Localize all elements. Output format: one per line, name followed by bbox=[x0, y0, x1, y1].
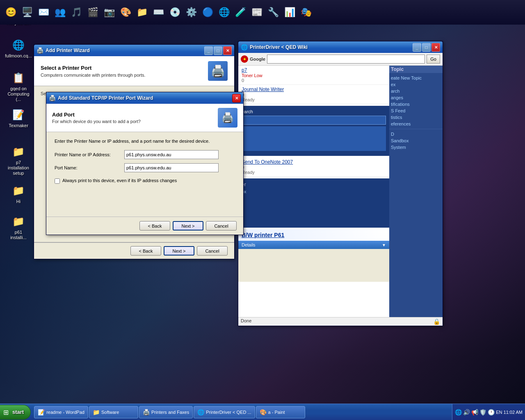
toolbar-icon-keyboard[interactable]: ⌨️ bbox=[151, 5, 166, 20]
wizard-next-button[interactable]: Next > bbox=[164, 246, 194, 256]
wiki-nav-d[interactable]: D bbox=[389, 131, 443, 137]
desktop-icon-fullmoon[interactable]: 🌐 fullmoon.cq... bbox=[4, 37, 33, 60]
tcpip-titlebar[interactable]: 🖨️ Add Standard TCP/IP Printer Port Wiza… bbox=[46, 92, 243, 104]
toolbar-icon-disk[interactable]: 💿 bbox=[167, 5, 182, 20]
toolbar-icon-camera[interactable]: 📷 bbox=[102, 5, 116, 20]
wiki-nav-index[interactable]: ex bbox=[389, 81, 443, 88]
tcpip-wizard: 🖨️ Add Standard TCP/IP Printer Port Wiza… bbox=[46, 92, 244, 235]
wiki-nav-changes[interactable]: anges bbox=[389, 94, 443, 101]
fullmoon-icon: 🌐 bbox=[12, 39, 25, 52]
taskbar-item-printers[interactable]: 🖨️ Printers and Faxes bbox=[139, 406, 193, 418]
browser-go-button[interactable]: Go bbox=[427, 55, 440, 64]
hi-label: Hi bbox=[16, 199, 21, 204]
desktop-icon-p61[interactable]: 📁 p61installi... bbox=[4, 213, 33, 242]
wizard-footer: < Back Next > Cancel bbox=[34, 242, 234, 259]
tcpip-title-icon: 🖨️ bbox=[49, 95, 55, 101]
desktop-icon-texmaker[interactable]: 📝 Texmaker bbox=[4, 107, 33, 130]
wizard-cancel-button[interactable]: Cancel bbox=[197, 246, 228, 256]
wizard-maximize-button[interactable]: □ bbox=[214, 46, 222, 55]
start-button[interactable]: start bbox=[0, 405, 31, 420]
port-name-input[interactable] bbox=[124, 163, 219, 172]
printer-jobs-journal: 0 bbox=[242, 92, 386, 97]
wizard-back-button[interactable]: < Back bbox=[130, 246, 161, 256]
browser-minimize-button[interactable]: _ bbox=[413, 43, 421, 52]
taskbar-item-software[interactable]: 📁 Software bbox=[89, 406, 138, 418]
toolbar-icon-web[interactable]: 🌐 bbox=[217, 5, 231, 20]
tcpip-back-button[interactable]: < Back bbox=[139, 221, 170, 231]
toolbar-icon-0[interactable]: 😊 bbox=[3, 5, 18, 20]
browser-titlebar[interactable]: 🌐 PrinterDriver < QED Wiki _ □ ✕ bbox=[238, 41, 443, 53]
toolbar-icon-folder[interactable]: 📁 bbox=[135, 5, 149, 20]
taskbar-time: 11:02 AM bbox=[504, 410, 523, 415]
desktop-icon-hi[interactable]: 📁 Hi bbox=[4, 183, 33, 206]
google-text: Google bbox=[250, 57, 265, 62]
always-print-label: Always print to this device, even if its… bbox=[62, 178, 177, 183]
paint-label: a - Paint bbox=[268, 410, 285, 415]
wiki-nav-notifications[interactable]: tifications bbox=[389, 101, 443, 107]
software-label: Software bbox=[101, 410, 119, 415]
toolbar-icon-news[interactable]: 📰 bbox=[249, 5, 264, 20]
wizard-header-title: Select a Printer Port bbox=[41, 65, 208, 71]
wizard-minimize-button[interactable]: _ bbox=[204, 46, 213, 55]
taskbar-item-wordpad[interactable]: 📝 readme - WordPad bbox=[34, 406, 88, 418]
toolbar-icon-flask[interactable]: 🧪 bbox=[233, 5, 248, 20]
wiki-nav-create-topic[interactable]: eate New Topic bbox=[389, 75, 443, 81]
browser-close-button[interactable]: ✕ bbox=[431, 43, 440, 52]
details-bar[interactable]: Details ▼ bbox=[238, 241, 389, 249]
printer-name-p7[interactable]: p7 bbox=[242, 67, 386, 73]
browser-maximize-button[interactable]: □ bbox=[422, 43, 431, 52]
fullmoon-label: fullmoon.cq... bbox=[5, 53, 32, 59]
wiki-label: er bbox=[242, 182, 386, 187]
browser-body: ✦ Google Go p7 Toner Low 0 bbox=[238, 53, 443, 326]
p61-icon: 📁 bbox=[12, 215, 25, 228]
taskbar-item-printerdriver[interactable]: 🌐 PrinterDriver < QED ... bbox=[194, 406, 255, 418]
printer-name-onenote[interactable]: Send To OneNote 2007 bbox=[242, 159, 386, 165]
ip-address-input[interactable] bbox=[124, 150, 219, 159]
ip-address-row: Printer Name or IP Address: bbox=[55, 150, 235, 159]
topic-header: Topic bbox=[389, 66, 443, 73]
taskbar-item-paint[interactable]: 🎨 a - Paint bbox=[256, 406, 305, 418]
printer-entry-onenote: Send To OneNote 2007 0 Ready bbox=[238, 158, 389, 177]
printerdriver-label: PrinterDriver < QED ... bbox=[206, 410, 251, 415]
desktop-icon-gqed[interactable]: 📋 gqed onComputing (... bbox=[4, 70, 33, 104]
wiki-nav-search[interactable]: arch bbox=[389, 88, 443, 94]
always-print-checkbox[interactable] bbox=[55, 178, 60, 184]
software-folder-icon: 📁 bbox=[93, 409, 100, 415]
printerdriver-icon: 🌐 bbox=[197, 409, 204, 415]
wiki-nav-references[interactable]: eferences bbox=[389, 121, 443, 127]
toolbar-icon-monitor[interactable]: 🖥️ bbox=[20, 5, 34, 20]
desktop-icon-p7[interactable]: 📁 p7 installationsetup bbox=[4, 144, 33, 178]
browser-window: 🌐 PrinterDriver < QED Wiki _ □ ✕ ✦ Googl… bbox=[238, 41, 443, 326]
toolbar-icon-chart[interactable]: 📊 bbox=[282, 5, 297, 20]
ip-address-label: Printer Name or IP Address: bbox=[55, 152, 124, 157]
toolbar-icon-music[interactable]: 🎵 bbox=[69, 5, 84, 20]
printer-name-journal[interactable]: Journal Note Writer bbox=[242, 87, 386, 92]
toolbar-icon-mail[interactable]: ✉️ bbox=[36, 5, 51, 20]
wiki-divider bbox=[389, 129, 443, 129]
wiki-nav-sandbox[interactable]: Sandbox bbox=[389, 137, 443, 144]
main-printer-name[interactable]: B/W printer P61 bbox=[238, 229, 389, 241]
tcpip-next-button[interactable]: Next > bbox=[173, 221, 203, 231]
wizard-titlebar[interactable]: 🖨️ Add Printer Wizard _ □ ✕ bbox=[34, 45, 234, 56]
tcpip-close-button[interactable]: ✕ bbox=[232, 94, 241, 103]
tcpip-cancel-button[interactable]: Cancel bbox=[206, 221, 237, 231]
tcpip-dialog-body: Add Port For which device do you want to… bbox=[46, 104, 243, 235]
printer-jobs-onenote: 0 bbox=[242, 165, 386, 170]
gqed-label: gqed onComputing (... bbox=[6, 86, 31, 103]
tray-clock-icon: 🕐 bbox=[488, 409, 495, 415]
wiki-nav-system[interactable]: System bbox=[389, 144, 443, 151]
toolbar-icon-circle[interactable]: 🔵 bbox=[200, 5, 215, 20]
browser-search-input[interactable] bbox=[267, 55, 425, 64]
toolbar-icon-palette[interactable]: 🎨 bbox=[118, 5, 133, 20]
wiki-nav-statistics[interactable]: tistics bbox=[389, 114, 443, 121]
toolbar-icon-gear[interactable]: ⚙️ bbox=[184, 5, 199, 20]
wiki-nav-rss[interactable]: S Feed bbox=[389, 107, 443, 114]
toolbar-icon-drama[interactable]: 🎭 bbox=[299, 5, 313, 20]
wordpad-label: readme - WordPad bbox=[46, 410, 84, 415]
toolbar-icon-users[interactable]: 👥 bbox=[52, 5, 67, 20]
wizard-close-button[interactable]: ✕ bbox=[223, 46, 232, 55]
toolbar-icon-video[interactable]: 🎬 bbox=[85, 5, 100, 20]
desktop: 🗑️ Recycle Bin 🌐 fullmoon.cq... 📋 gqed o… bbox=[0, 0, 525, 404]
tray-network-icon: 🌐 bbox=[455, 409, 462, 415]
toolbar-icon-wrench[interactable]: 🔧 bbox=[266, 5, 281, 20]
